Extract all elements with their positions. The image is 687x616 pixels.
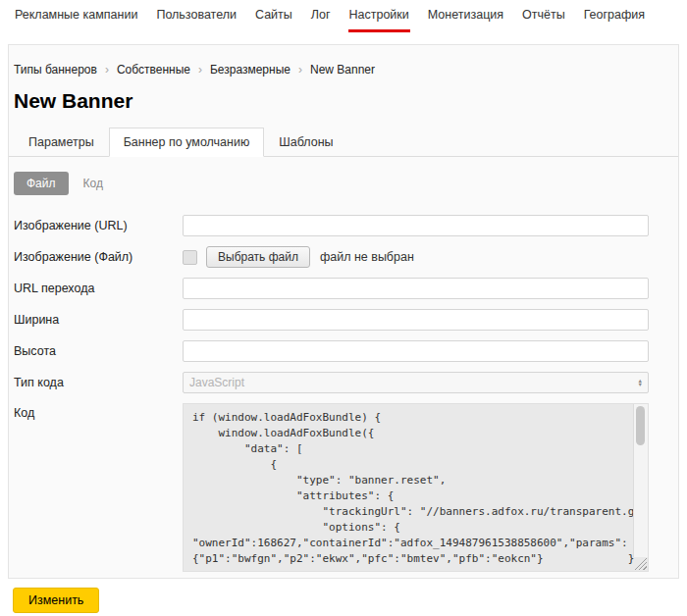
tab-bar: Параметры Баннер по умолчанию Шаблоны <box>9 128 678 157</box>
code-editor[interactable]: if (window.loadAdFoxBundle) { window.loa… <box>183 403 649 572</box>
height-input[interactable] <box>183 340 649 362</box>
width-label: Ширина <box>14 313 183 327</box>
breadcrumb: Типы баннеров › Собственные › Безразмерн… <box>14 45 673 77</box>
submit-button[interactable]: Изменить <box>13 588 99 613</box>
nav-item-reports[interactable]: Отчёты <box>521 0 566 32</box>
tab-templates[interactable]: Шаблоны <box>264 128 347 157</box>
code-mode-button[interactable]: Код <box>83 177 103 190</box>
select-stepper-icon: ▲ ▼ <box>638 379 643 387</box>
nav-item-sites[interactable]: Сайты <box>254 0 293 32</box>
code-type-label: Тип кода <box>14 376 183 389</box>
breadcrumb-item-banner-types[interactable]: Типы баннеров <box>14 63 97 77</box>
tab-parameters[interactable]: Параметры <box>14 128 109 157</box>
top-navigation: Рекламные кампании Пользователи Сайты Ло… <box>0 0 687 32</box>
tab-default-banner[interactable]: Баннер по умолчанию <box>109 128 265 157</box>
breadcrumb-item-current: New Banner <box>310 63 375 77</box>
height-row: Высота <box>14 340 673 362</box>
choose-file-button[interactable]: Выбрать файл <box>206 246 310 268</box>
caret-down-icon: ▼ <box>638 383 643 387</box>
nav-item-campaigns[interactable]: Рекламные кампании <box>14 0 138 32</box>
code-type-row: Тип кода JavaScript ▲ ▼ <box>14 372 673 393</box>
chevron-right-icon: › <box>198 63 202 77</box>
code-type-value: JavaScript <box>189 376 244 389</box>
image-file-row: Изображение (Файл) Выбрать файл файл не … <box>14 246 673 268</box>
target-url-row: URL перехода <box>14 278 673 299</box>
nav-item-settings[interactable]: Настройки <box>348 0 410 32</box>
banner-form: Изображение (URL) Изображение (Файл) Выб… <box>14 215 673 572</box>
scrollbar-thumb[interactable] <box>636 406 645 445</box>
banner-mode-toggle: Файл Код <box>14 172 673 195</box>
nav-item-geography[interactable]: География <box>583 0 646 32</box>
target-url-input[interactable] <box>183 278 649 299</box>
scrollbar-track[interactable] <box>633 404 648 557</box>
image-file-label: Изображение (Файл) <box>14 250 183 264</box>
page-title: New Banner <box>14 89 673 113</box>
nav-item-monetization[interactable]: Монетизация <box>427 0 504 32</box>
width-row: Ширина <box>14 309 673 331</box>
file-status-text: файл не выбран <box>320 250 414 264</box>
code-row: Код if (window.loadAdFoxBundle) { window… <box>14 403 673 572</box>
nav-item-users[interactable]: Пользователи <box>155 0 238 32</box>
image-url-input[interactable] <box>183 215 649 236</box>
image-url-label: Изображение (URL) <box>14 219 183 232</box>
code-label: Код <box>14 403 183 420</box>
image-file-checkbox[interactable] <box>183 250 197 265</box>
target-url-label: URL перехода <box>14 282 183 295</box>
code-type-select[interactable]: JavaScript ▲ ▼ <box>183 372 649 393</box>
file-mode-button[interactable]: Файл <box>14 172 69 195</box>
chevron-right-icon: › <box>105 63 109 77</box>
height-label: Высота <box>14 344 183 358</box>
nav-item-log[interactable]: Лог <box>310 0 332 32</box>
breadcrumb-item-own[interactable]: Собственные <box>117 63 190 77</box>
chevron-right-icon: › <box>298 63 302 77</box>
content-panel: Типы баннеров › Собственные › Безразмерн… <box>8 44 679 579</box>
width-input[interactable] <box>183 309 649 331</box>
image-url-row: Изображение (URL) <box>14 215 673 236</box>
code-content[interactable]: if (window.loadAdFoxBundle) { window.loa… <box>184 404 648 571</box>
breadcrumb-item-sizeless[interactable]: Безразмерные <box>210 63 291 77</box>
